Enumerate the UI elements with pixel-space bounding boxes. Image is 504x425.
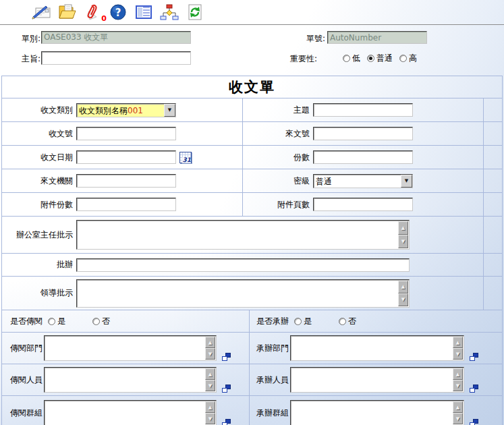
form-title: 收文單 [229,78,275,96]
scroll-up-icon[interactable] [398,281,408,293]
incoming-no-input[interactable] [313,127,413,140]
refresh-icon [186,3,204,21]
importance-radio-high[interactable]: 高 [399,53,417,64]
importance-radio-low[interactable]: 低 [343,53,360,64]
scroll-up-icon[interactable] [205,401,215,413]
is-handle-label: 是否承辦 [250,316,290,327]
incoming-no-label: 來文號 [243,128,313,140]
receive-date-label: 收文日期 [2,152,76,163]
circulate-dept-textarea[interactable] [44,335,217,361]
topic-input[interactable] [313,103,413,117]
open-folder-button[interactable] [55,2,78,22]
receive-no-input[interactable] [76,127,176,140]
scroll-up-icon[interactable] [205,368,215,380]
scroll-down-icon[interactable] [205,413,215,424]
subject-label: 主旨: [12,53,40,65]
importance-radio-normal[interactable]: 普通 [367,53,393,64]
attach-pages-label: 附件頁數 [243,199,313,210]
handle-group-textarea[interactable] [290,400,464,425]
form-type-input [41,31,191,44]
secrecy-select[interactable]: 普通 [313,174,413,188]
workflow-icon [160,3,179,21]
help-icon: ? [109,3,127,21]
scroll-down-icon[interactable] [205,348,215,360]
attach-copies-input[interactable] [76,198,176,211]
is-circulate-label: 是否傳閱 [2,316,44,327]
mail-send-button[interactable] [30,2,53,22]
scroll-down-icon[interactable] [453,413,463,424]
radio-button-icon [48,318,55,325]
importance-label: 重要性: [278,53,317,65]
open-folder-icon [57,3,77,21]
handle-group-label: 承辦群組 [250,407,290,419]
radio-button-icon [92,318,100,325]
scroll-up-icon[interactable] [453,368,463,380]
refresh-button[interactable] [184,2,206,22]
attach-copies-label: 附件份數 [2,199,76,210]
receive-no-label: 收文號 [2,128,76,140]
incoming-org-label: 來文機關 [2,175,76,187]
form-table: 收文單 收文類別 收文類別名稱001 主題 收文號 來文號 [1,76,503,425]
radio-button-icon [399,55,407,62]
leader-note-textarea[interactable] [76,279,410,308]
assign-label: 批辦 [2,259,76,271]
scroll-down-icon[interactable] [453,348,463,360]
radio-button-icon [339,318,346,325]
handle-group-picker-icon[interactable] [470,419,478,425]
circulate-group-picker-icon[interactable] [222,419,231,425]
scroll-down-icon[interactable] [205,380,215,391]
handle-dept-picker-icon[interactable] [470,353,478,361]
copies-input[interactable] [313,150,413,164]
handle-yes-radio[interactable]: 是 [294,316,312,327]
secrecy-label: 密級 [243,175,313,187]
svg-text:?: ? [115,7,121,19]
circulate-no-radio[interactable]: 否 [92,316,110,327]
data-grid-icon [134,3,153,21]
scroll-down-icon[interactable] [398,235,408,248]
leader-note-label: 領導批示 [2,287,76,299]
circulate-person-picker-icon[interactable] [222,385,231,393]
attachment-count: 0 [101,14,107,23]
handle-person-label: 承辦人員 [250,374,290,386]
handle-dept-label: 承辦部門 [250,343,290,354]
datagrid-button[interactable] [132,2,155,22]
receive-date-input[interactable] [76,150,176,164]
document-header: 單別: 單號: 主旨: 重要性: 低 普通 高 [0,25,504,76]
help-button[interactable]: ? [107,2,130,22]
dropdown-arrow-icon[interactable] [401,175,412,188]
circulate-person-label: 傳閱人員 [2,374,44,386]
handle-dept-textarea[interactable] [290,335,464,361]
radio-button-icon [294,318,302,325]
circulate-yes-radio[interactable]: 是 [48,316,65,327]
receive-document-form-page: 0 ? [0,0,504,425]
form-title-row: 收文單 [2,76,502,98]
copies-label: 份數 [243,152,313,163]
scroll-down-icon[interactable] [453,380,463,391]
circulate-person-textarea[interactable] [44,367,217,393]
attachments-button[interactable]: 0 [81,2,104,22]
handle-person-picker-icon[interactable] [470,385,478,393]
receive-category-select[interactable]: 收文類別名稱001 [76,103,176,117]
scroll-up-icon[interactable] [205,337,215,348]
scroll-up-icon[interactable] [453,401,463,413]
form-no-label: 單號: [296,33,325,45]
incoming-org-input[interactable] [76,174,176,188]
office-director-note-textarea[interactable] [76,220,410,250]
handle-no-radio[interactable]: 否 [339,316,356,327]
subject-input[interactable] [41,51,191,65]
circulate-group-label: 傳閱群組 [2,407,44,419]
circulate-dept-picker-icon[interactable] [222,353,231,361]
office-director-note-label: 辦公室主任批示 [2,229,76,241]
calendar-icon[interactable]: 31 [179,152,192,163]
scroll-up-icon[interactable] [453,337,463,348]
importance-radio-group: 低 普通 高 [343,53,424,64]
scroll-up-icon[interactable] [398,221,408,235]
attach-pages-input[interactable] [313,198,413,211]
scroll-down-icon[interactable] [398,293,408,306]
assign-input[interactable] [76,258,410,272]
circulate-group-textarea[interactable] [44,400,217,425]
toolbar: 0 ? [0,0,504,25]
workflow-button[interactable] [158,2,181,22]
dropdown-arrow-icon[interactable] [164,104,175,117]
handle-person-textarea[interactable] [290,367,464,393]
